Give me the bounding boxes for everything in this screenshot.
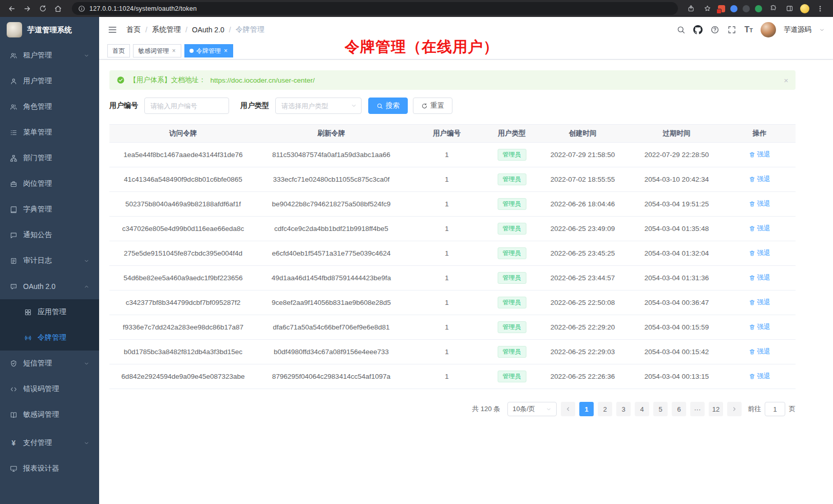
sidebar-item-report-designer[interactable]: 报表设计器 — [0, 456, 99, 481]
force-logout-button[interactable]: 强退 — [749, 347, 770, 356]
page-button[interactable]: 1 — [579, 402, 594, 416]
sidebar-item-dict[interactable]: 字典管理 — [0, 197, 99, 222]
sidebar-item-label: 应用管理 — [37, 307, 66, 317]
user-type-select[interactable] — [275, 98, 362, 114]
browser-home-button[interactable] — [51, 2, 65, 15]
force-logout-button[interactable]: 强退 — [749, 372, 770, 381]
page-button[interactable]: 6 — [672, 402, 686, 416]
reset-button[interactable]: 重置 — [413, 98, 452, 114]
fullscreen-icon[interactable] — [727, 25, 736, 34]
sidebar-item-label: 支付管理 — [23, 438, 52, 448]
browser-back-button[interactable] — [5, 2, 18, 15]
sidebar-item-notice[interactable]: 通知公告 — [0, 222, 99, 248]
caret-down-icon[interactable] — [819, 27, 825, 33]
sidebar-item-label: 令牌管理 — [37, 333, 66, 342]
success-icon — [117, 76, 125, 84]
briefcase-icon — [10, 180, 17, 188]
extension-icon-red[interactable] — [718, 5, 725, 12]
browser-reload-button[interactable] — [36, 2, 49, 15]
prev-page-button[interactable] — [561, 402, 575, 416]
site-info-icon[interactable] — [78, 5, 85, 12]
alert-close-icon[interactable]: × — [784, 76, 788, 85]
force-logout-button[interactable]: 强退 — [749, 248, 770, 258]
force-logout-button[interactable]: 强退 — [749, 150, 770, 159]
sidebar-item-sensitive-word[interactable]: 敏感词管理 — [0, 402, 99, 428]
next-page-button[interactable] — [727, 402, 742, 416]
github-icon[interactable] — [693, 25, 703, 34]
browser-chrome: 127.0.0.1:1024/system/oauth2/token — [0, 0, 833, 17]
sidebar-item-post[interactable]: 岗位管理 — [0, 171, 99, 197]
sidebar-item-payment[interactable]: ¥ 支付管理 — [0, 430, 99, 456]
sidebar-toggle-icon[interactable] — [784, 3, 795, 14]
help-icon[interactable] — [710, 25, 720, 34]
browser-menu-icon[interactable] — [815, 3, 826, 14]
breadcrumb-item[interactable]: 系统管理 — [152, 25, 181, 34]
address-bar[interactable]: 127.0.0.1:1024/system/oauth2/token — [72, 2, 678, 15]
page-button[interactable]: 12 — [709, 402, 723, 416]
sidebar-item-tenant[interactable]: 租户管理 — [0, 43, 99, 68]
breadcrumb-item[interactable]: OAuth 2.0 — [192, 26, 224, 34]
browser-forward-button[interactable] — [21, 2, 34, 15]
more-pages-button[interactable]: ··· — [690, 402, 705, 416]
page-button[interactable]: 5 — [653, 402, 668, 416]
extensions-puzzle-icon[interactable] — [767, 3, 779, 14]
page-size-select[interactable]: 10条/页 — [507, 402, 557, 416]
sidebar-item-oauth-apps[interactable]: 应用管理 — [0, 299, 99, 325]
sidebar-item-audit-log[interactable]: 审计日志 — [0, 248, 99, 274]
browser-profile-avatar[interactable] — [800, 4, 809, 13]
user-type-badge: 管理员 — [498, 371, 526, 383]
user-avatar[interactable] — [761, 22, 776, 37]
sidebar-item-error-code[interactable]: 错误码管理 — [0, 376, 99, 402]
search-button[interactable]: 搜索 — [368, 98, 408, 114]
token-table: 访问令牌 刷新令牌 用户编号 用户类型 创建时间 过期时间 操作 1ea5e44… — [109, 124, 796, 389]
force-logout-button[interactable]: 强退 — [749, 298, 770, 307]
tab-sensitive-word[interactable]: 敏感词管理 × — [133, 44, 181, 57]
table-row: f9336e7c7dd242a283ee98dc86b17a87 dfa6c71… — [109, 315, 796, 340]
sidebar-item-menu[interactable]: 菜单管理 — [0, 120, 99, 145]
breadcrumb-item[interactable]: 首页 — [126, 25, 141, 34]
user-icon — [10, 77, 17, 85]
table-row: c342377bf8b344799dcbf7bf095287f2 9ce8ef2… — [109, 290, 796, 315]
force-logout-button[interactable]: 强退 — [749, 322, 770, 332]
force-logout-button[interactable]: 强退 — [749, 175, 770, 184]
user-type-badge: 管理员 — [498, 198, 526, 210]
font-size-icon[interactable]: TT — [744, 26, 753, 34]
chevron-up-icon — [84, 284, 89, 289]
user-name[interactable]: 芋道源码 — [784, 25, 811, 34]
page-button[interactable]: 2 — [598, 402, 612, 416]
bookmark-star-icon[interactable] — [702, 3, 713, 14]
sidebar-item-oauth[interactable]: OAuth 2.0 — [0, 274, 99, 299]
search-icon[interactable] — [676, 25, 686, 34]
force-logout-button[interactable]: 强退 — [749, 224, 770, 233]
extension-icon-dark[interactable] — [743, 5, 750, 12]
doc-alert: 【用户体系】文档地址： https://doc.iocoder.cn/user-… — [109, 70, 796, 90]
extension-icon-blue[interactable] — [730, 5, 737, 12]
close-icon[interactable]: × — [172, 48, 176, 54]
force-logout-button[interactable]: 强退 — [749, 199, 770, 208]
sidebar-item-role[interactable]: 角色管理 — [0, 94, 99, 120]
page-button[interactable]: 4 — [635, 402, 649, 416]
col-refresh-token: 刷新令牌 — [257, 125, 406, 143]
user-id-input[interactable] — [144, 98, 229, 114]
sidebar-item-user[interactable]: 用户管理 — [0, 68, 99, 94]
sidebar-item-oauth-token[interactable]: 令牌管理 — [0, 325, 99, 351]
col-user-id: 用户编号 — [406, 125, 488, 143]
close-icon[interactable]: × — [223, 48, 228, 54]
sidebar-item-label: 部门管理 — [23, 153, 52, 163]
tab-home[interactable]: 首页 — [107, 44, 130, 57]
sidebar-item-dept[interactable]: 部门管理 — [0, 145, 99, 171]
user-type-badge: 管理员 — [498, 272, 526, 284]
browser-toolbar-right — [685, 3, 828, 14]
sidebar-item-sms[interactable]: 短信管理 — [0, 351, 99, 376]
hamburger-icon[interactable] — [107, 24, 119, 35]
doc-link[interactable]: https://doc.iocoder.cn/user-center/ — [211, 76, 315, 84]
goto-page-input[interactable] — [765, 402, 785, 416]
monitor-icon — [10, 465, 17, 473]
force-logout-button[interactable]: 强退 — [749, 273, 770, 282]
extension-icon-green[interactable] — [755, 5, 762, 12]
page-button[interactable]: 3 — [616, 402, 631, 416]
sidebar-item-label: 角色管理 — [23, 102, 52, 111]
share-icon[interactable] — [685, 3, 696, 14]
tab-token[interactable]: 令牌管理 × — [184, 44, 233, 57]
app-logo[interactable]: 芋道管理系统 — [0, 17, 99, 43]
